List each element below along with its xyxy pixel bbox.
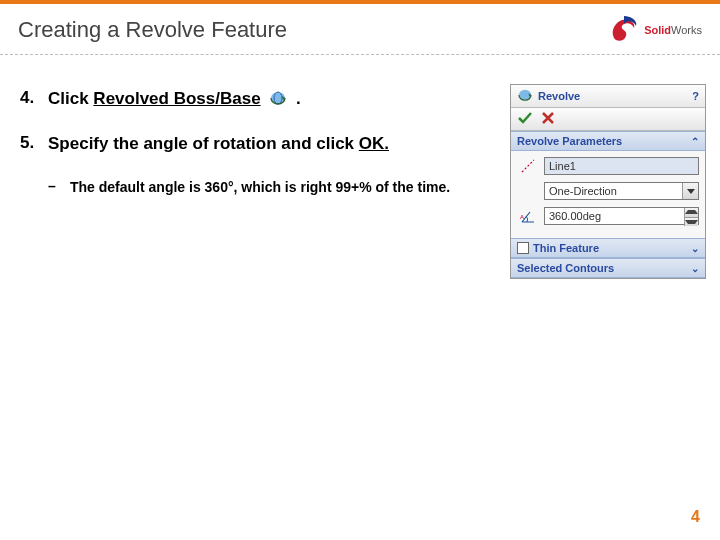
revolve-parameters-header[interactable]: Revolve Parameters ⌃	[511, 131, 705, 151]
chevron-up-icon: ⌃	[691, 136, 699, 147]
angle-input[interactable]: 360.00deg	[544, 207, 699, 225]
step-4-text: Click Revolved Boss/Base .	[48, 88, 480, 111]
step-4: 4. Click Revolved Boss/Base .	[20, 88, 480, 111]
revolve-parameters-label: Revolve Parameters	[517, 135, 622, 147]
panel-action-row	[511, 108, 705, 131]
step-5-ok: OK.	[359, 134, 389, 153]
thin-feature-label: Thin Feature	[533, 242, 599, 254]
divider-dashed	[0, 54, 720, 55]
direction-field: One-Direction	[517, 181, 699, 201]
help-button[interactable]: ?	[692, 90, 699, 102]
axis-icon	[517, 156, 539, 176]
revolve-property-panel: Revolve ? Revolve Parameters ⌃ Line1	[510, 84, 706, 279]
subpoint-text: The default angle is 360°, which is righ…	[70, 178, 480, 196]
slide-title: Creating a Revolve Feature	[18, 17, 287, 43]
revolve-parameters-body: Line1 One-Direction A 360.00deg	[511, 151, 705, 238]
top-accent-bar	[0, 0, 720, 4]
selected-contours-label: Selected Contours	[517, 262, 614, 274]
title-row: Creating a Revolve Feature SolidWorks	[18, 16, 702, 44]
angle-field: A 360.00deg	[517, 206, 699, 226]
spinner-up-icon[interactable]	[685, 208, 698, 217]
spinner-down-icon[interactable]	[685, 217, 698, 227]
axis-value: Line1	[549, 160, 576, 172]
ok-check-icon[interactable]	[517, 111, 533, 127]
step-5-subpoint: – The default angle is 360°, which is ri…	[48, 178, 480, 196]
angle-icon: A	[517, 206, 539, 226]
angle-value: 360.00deg	[549, 210, 601, 222]
thin-feature-checkbox[interactable]: Thin Feature	[517, 242, 599, 254]
panel-title-text: Revolve	[538, 90, 580, 102]
cancel-x-icon[interactable]	[541, 111, 555, 127]
dropdown-arrow-icon	[682, 183, 698, 199]
step-5-text: Specify the angle of rotation and click …	[48, 133, 480, 156]
step-4-post: .	[291, 89, 300, 108]
step-4-number: 4.	[20, 88, 48, 111]
checkbox-box-icon	[517, 242, 529, 254]
step-5-number: 5.	[20, 133, 48, 156]
step-4-command: Revolved Boss/Base	[93, 89, 260, 108]
axis-input[interactable]: Line1	[544, 157, 699, 175]
axis-field: Line1	[517, 156, 699, 176]
panel-titlebar: Revolve ?	[511, 85, 705, 108]
page-number: 4	[691, 508, 700, 526]
revolve-feature-icon	[517, 88, 533, 104]
step-5-body: Specify the angle of rotation and click	[48, 134, 359, 153]
chevron-down-icon: ⌄	[691, 263, 699, 274]
direction-dropdown[interactable]: One-Direction	[544, 182, 699, 200]
direction-icon	[517, 181, 539, 201]
revolved-boss-base-icon	[269, 90, 287, 106]
step-5: 5. Specify the angle of rotation and cli…	[20, 133, 480, 156]
logo-text-works: Works	[671, 24, 702, 36]
chevron-down-icon: ⌄	[691, 243, 699, 254]
angle-spinner[interactable]	[684, 208, 698, 226]
logo-text-solid: Solid	[644, 24, 671, 36]
ds-3d-icon	[610, 16, 640, 44]
selected-contours-header[interactable]: Selected Contours ⌄	[511, 258, 705, 278]
svg-line-5	[522, 160, 534, 172]
subpoint-dash: –	[48, 178, 70, 196]
content-area: 4. Click Revolved Boss/Base . 5. Specify…	[20, 88, 480, 196]
thin-feature-header[interactable]: Thin Feature ⌄	[511, 238, 705, 258]
svg-text:A: A	[520, 214, 524, 220]
step-4-pre: Click	[48, 89, 93, 108]
direction-value: One-Direction	[549, 185, 617, 197]
solidworks-logo: SolidWorks	[610, 16, 702, 44]
